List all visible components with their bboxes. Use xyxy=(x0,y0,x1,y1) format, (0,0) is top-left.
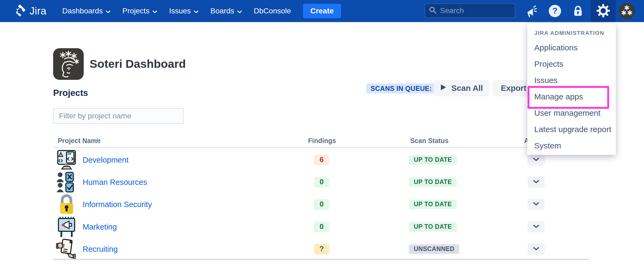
jira-soteri-dashboard: Jira Dashboards Projects Issues Boards D… xyxy=(0,0,644,266)
search-input[interactable] xyxy=(440,6,511,15)
project-link[interactable]: Development xyxy=(83,155,129,164)
project-link[interactable]: Human Resources xyxy=(83,178,147,186)
nav-item-projects[interactable]: Projects xyxy=(122,7,157,15)
table-row-human-resources: Human Resources 0 UP TO DATE xyxy=(53,171,589,193)
announcement-megaphone-icon[interactable] xyxy=(523,3,538,18)
admin-settings-button[interactable] xyxy=(591,0,616,22)
admin-menu-item-latest-upgrade-report[interactable]: Latest upgrade report xyxy=(527,121,616,137)
snowflakes-icon xyxy=(619,3,634,19)
nav-item-dbconsole[interactable]: DbConsole xyxy=(254,7,291,15)
scan-status-badge: UP TO DATE xyxy=(409,155,457,165)
jira-logo-icon xyxy=(13,4,26,18)
play-icon xyxy=(440,84,447,93)
admin-menu-item-system[interactable]: System xyxy=(527,137,616,154)
scan-status-badge: UNSCANNED xyxy=(409,244,459,254)
page-title: Soteri Dashboard xyxy=(90,57,186,70)
chevron-down-icon xyxy=(106,7,111,15)
nav-item-issues[interactable]: Issues xyxy=(169,7,199,15)
table-bottom-divider xyxy=(53,259,589,260)
handshake-document-icon xyxy=(54,239,79,260)
help-icon[interactable]: ? xyxy=(547,3,562,18)
monitor-code-icon xyxy=(54,149,79,170)
admin-menu-item-manage-apps[interactable]: Manage apps xyxy=(527,88,616,105)
row-actions-button[interactable] xyxy=(528,154,545,166)
soteri-app-icon xyxy=(53,48,84,80)
findings-badge: 0 xyxy=(314,222,329,232)
project-link[interactable]: Information Security xyxy=(83,200,152,209)
chevron-down-icon xyxy=(152,7,157,15)
scan-status-badge: UP TO DATE xyxy=(409,222,457,232)
admin-menu-heading: JIRA ADMINISTRATION xyxy=(527,23,616,39)
table-row-development: Development 6 UP TO DATE xyxy=(53,149,589,171)
scan-all-button[interactable]: Scan All xyxy=(434,80,489,96)
projects-section-heading: Projects xyxy=(53,88,88,98)
top-navigation-bar: Jira Dashboards Projects Issues Boards D… xyxy=(0,0,644,22)
admin-menu-item-projects[interactable]: Projects xyxy=(527,56,616,72)
scan-status-badge: UP TO DATE xyxy=(409,177,457,187)
column-header-project-name[interactable]: Project Name xyxy=(58,135,101,146)
admin-menu-item-applications[interactable]: Applications xyxy=(527,39,616,56)
primary-nav-menu: Dashboards Projects Issues Boards DbCons… xyxy=(62,0,291,22)
row-actions-button[interactable] xyxy=(528,243,545,255)
chevron-down-icon xyxy=(533,224,539,229)
admin-menu-item-user-management[interactable]: User management xyxy=(527,105,616,121)
padlock-icon xyxy=(54,194,79,215)
chevron-down-icon xyxy=(533,247,539,252)
search-icon xyxy=(429,6,437,15)
table-row-information-security: Information Security 0 UP TO DATE xyxy=(53,193,589,215)
findings-badge: 0 xyxy=(314,177,329,188)
project-filter-input[interactable] xyxy=(53,108,184,124)
global-search[interactable] xyxy=(425,3,515,18)
findings-badge: 6 xyxy=(314,155,329,165)
admin-menu-item-issues[interactable]: Issues xyxy=(527,72,616,88)
chevron-down-icon xyxy=(533,158,539,162)
user-avatar[interactable] xyxy=(619,3,635,19)
nav-item-boards[interactable]: Boards xyxy=(210,7,242,15)
table-header-divider xyxy=(53,147,589,148)
create-button[interactable]: Create xyxy=(303,4,341,18)
table-row-marketing: Marketing 0 UP TO DATE xyxy=(53,216,589,238)
billboard-megaphone-icon xyxy=(54,216,79,237)
chevron-down-icon xyxy=(237,7,242,15)
people-phone-icon xyxy=(54,172,79,193)
row-actions-button[interactable] xyxy=(528,221,545,233)
chevron-down-icon xyxy=(194,7,199,15)
table-header: Project Name Findings Scan Status Action… xyxy=(53,135,589,146)
project-link[interactable]: Marketing xyxy=(83,222,117,231)
jira-administration-menu: JIRA ADMINISTRATION Applications Project… xyxy=(527,23,616,155)
row-actions-button[interactable] xyxy=(528,199,545,210)
project-link[interactable]: Recruiting xyxy=(83,245,118,253)
column-header-findings: Findings xyxy=(308,135,336,146)
jira-brand-text: Jira xyxy=(30,5,46,17)
nav-item-dashboards[interactable]: Dashboards xyxy=(62,7,111,15)
table-row-recruiting: Recruiting ? UNSCANNED xyxy=(53,238,589,260)
findings-badge: 0 xyxy=(314,199,329,210)
jira-brand[interactable]: Jira xyxy=(13,0,46,22)
nav-divider xyxy=(0,22,644,23)
gear-icon xyxy=(597,4,610,18)
scans-in-queue-badge: SCANS IN QUEUE: 0 xyxy=(366,83,442,93)
chevron-down-icon xyxy=(533,180,539,185)
lock-icon[interactable] xyxy=(570,3,586,18)
chevron-down-icon xyxy=(533,202,539,207)
sort-icon xyxy=(95,137,100,145)
column-header-scan-status: Scan Status xyxy=(409,135,449,146)
row-actions-button[interactable] xyxy=(528,177,545,188)
scan-status-badge: UP TO DATE xyxy=(409,200,457,209)
findings-badge: ? xyxy=(314,244,329,254)
